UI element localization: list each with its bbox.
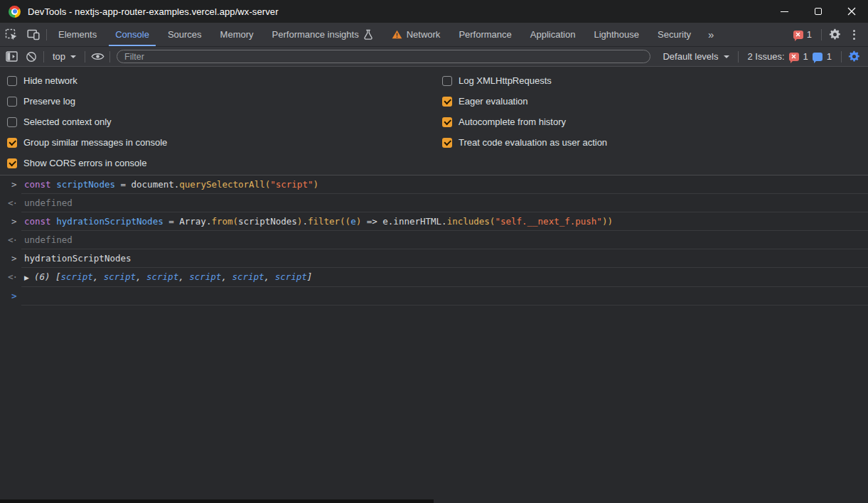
close-button[interactable] (835, 0, 868, 23)
token-kw: const (24, 179, 51, 190)
console-sidebar-icon (6, 51, 18, 62)
tab-application[interactable]: Application (521, 23, 585, 46)
token-it: , (178, 271, 189, 282)
console-settings-button[interactable] (844, 48, 864, 65)
toolbar-separator (821, 29, 822, 40)
token-node: script (104, 271, 136, 282)
token-it: ] (307, 271, 313, 282)
checkbox-checked[interactable] (442, 138, 452, 148)
tab-lighthouse[interactable]: Lighthouse (584, 23, 648, 46)
gear-icon (829, 28, 841, 40)
flask-icon (363, 29, 373, 40)
tab-label: Console (115, 29, 149, 40)
window-controls (768, 0, 868, 23)
checkbox-checked[interactable] (442, 117, 452, 127)
console-result-row: <·▶(6) [script, script, script, script, … (0, 268, 868, 287)
token-txt: = Array. (164, 216, 212, 227)
input-chevron-icon: > (11, 179, 17, 190)
setting-hide-network[interactable]: Hide network (7, 70, 442, 91)
toolbar-separator (841, 51, 842, 63)
tab-label: Network (407, 29, 441, 40)
tab-performance[interactable]: Performance (449, 23, 520, 46)
tab-security[interactable]: Security (648, 23, 700, 46)
checkbox-unchecked[interactable] (7, 117, 17, 127)
checkbox-unchecked[interactable] (7, 97, 17, 107)
devtools-tabbar: ElementsConsoleSourcesMemoryPerformance … (0, 23, 868, 47)
tab-sources[interactable]: Sources (159, 23, 211, 46)
create-live-expression-button[interactable] (87, 48, 107, 65)
tab-console[interactable]: Console (106, 23, 159, 46)
token-node: script (189, 271, 221, 282)
setting-selected-context-only[interactable]: Selected context only (7, 112, 442, 132)
checkbox-label: Preserve log (23, 96, 75, 107)
setting-show-cors-errors-in-console[interactable]: Show CORS errors in console (7, 153, 442, 173)
tab-performance-insights[interactable]: Performance insights (263, 23, 382, 46)
console-result-row: <·undefined (0, 194, 868, 212)
maximize-button[interactable] (801, 0, 835, 23)
devtools-settings-button[interactable] (824, 28, 846, 40)
checkbox-checked[interactable] (442, 97, 452, 107)
maximize-icon (815, 8, 822, 15)
issues-error-count: 1 (803, 51, 808, 62)
setting-autocomplete-from-history[interactable]: Autocomplete from history (442, 112, 868, 132)
settings-column-left: Hide networkPreserve logSelected context… (7, 70, 442, 173)
console-result-row: <·undefined (0, 231, 868, 249)
token-muted: undefined (24, 198, 73, 208)
checkbox-label: Hide network (23, 75, 77, 86)
chrome-logo-icon (9, 6, 21, 18)
expand-triangle-icon[interactable]: ▶ (24, 274, 29, 281)
console-settings-panel: Hide networkPreserve logSelected context… (0, 67, 868, 175)
checkbox-label: Log XMLHttpRequests (459, 75, 552, 86)
tab-label: Performance (459, 29, 511, 40)
issues-summary[interactable]: 2 Issues: 1 1 (741, 51, 840, 62)
token-var: e (350, 216, 356, 227)
console-input-row: >hydrationScriptNodes (0, 249, 868, 268)
context-selector[interactable]: top (46, 51, 82, 62)
warning-icon (392, 30, 402, 39)
token-muted: undefined (24, 234, 73, 245)
chevron-down-icon (724, 55, 729, 58)
tab-network[interactable]: Network (382, 23, 450, 46)
console-input-row: >const scriptNodes = document.querySelec… (0, 175, 868, 194)
toolbar-separator (109, 51, 110, 63)
token-txt: hydrationScriptNodes (24, 253, 132, 264)
log-levels-label: Default levels (663, 51, 718, 62)
setting-eager-evaluation[interactable]: Eager evaluation (442, 91, 868, 112)
device-toolbar-button[interactable] (22, 23, 44, 46)
chevrons-double-icon: » (708, 28, 714, 40)
error-bubble-icon (789, 53, 799, 61)
tab-elements[interactable]: Elements (49, 23, 106, 46)
filter-input[interactable] (117, 50, 650, 63)
minimize-button[interactable] (768, 0, 801, 23)
setting-preserve-log[interactable]: Preserve log (7, 91, 442, 112)
log-levels-selector[interactable]: Default levels (656, 51, 735, 62)
kebab-menu-icon (853, 30, 855, 32)
clear-console-button[interactable] (21, 48, 41, 65)
console-sidebar-toggle-button[interactable] (1, 48, 21, 65)
token-fn: filter (308, 216, 340, 227)
tab-memory[interactable]: Memory (211, 23, 263, 46)
token-it: , (264, 271, 275, 282)
inspect-element-button[interactable] (0, 23, 22, 46)
token-kw: const (24, 216, 51, 227)
token-txt: . (302, 216, 308, 227)
more-tabs-button[interactable]: » (700, 23, 722, 46)
token-it: (6) [ (34, 271, 61, 282)
tab-label: Sources (168, 29, 202, 40)
checkbox-checked[interactable] (7, 158, 17, 168)
setting-group-similar-messages-in-console[interactable]: Group similar messages in console (7, 132, 442, 153)
issues-error-badge[interactable]: 1 (793, 29, 812, 40)
checkbox-unchecked[interactable] (442, 76, 452, 86)
eye-icon (91, 52, 105, 61)
token-fn: ( (233, 216, 239, 227)
checkbox-checked[interactable] (7, 138, 17, 148)
tab-label: Performance insights (272, 29, 359, 40)
devtools-menu-button[interactable] (846, 30, 862, 40)
setting-treat-code-evaluation-as-user-action[interactable]: Treat code evaluation as user action (442, 132, 868, 153)
setting-log-xmlhttprequests[interactable]: Log XMLHttpRequests (442, 70, 868, 91)
token-var: scriptNodes (56, 179, 115, 190)
checkbox-label: Group similar messages in console (23, 137, 167, 148)
toolbar-separator (43, 51, 44, 63)
console-prompt[interactable]: > (0, 287, 868, 305)
checkbox-unchecked[interactable] (7, 76, 17, 86)
